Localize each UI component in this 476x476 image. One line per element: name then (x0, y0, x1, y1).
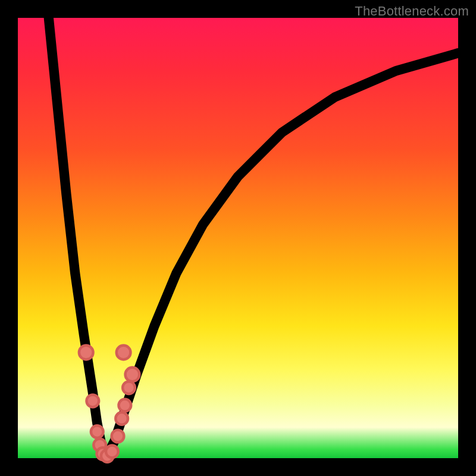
chart-overlay (18, 18, 458, 458)
curve-marker (126, 368, 140, 382)
bottleneck-curve-right (106, 53, 458, 458)
curve-marker (118, 399, 131, 412)
curve-marker (115, 412, 128, 425)
curve-marker (106, 446, 118, 458)
chart-frame: TheBottleneck.com (0, 0, 476, 476)
curve-marker (123, 381, 135, 394)
watermark-text: TheBottleneck.com (355, 4, 469, 19)
curve-marker (86, 394, 99, 407)
bottleneck-curve-left (49, 18, 106, 458)
curve-marker (112, 430, 124, 443)
curve-marker (117, 346, 131, 360)
curve-marker (91, 425, 104, 438)
curve-marker (79, 346, 93, 360)
